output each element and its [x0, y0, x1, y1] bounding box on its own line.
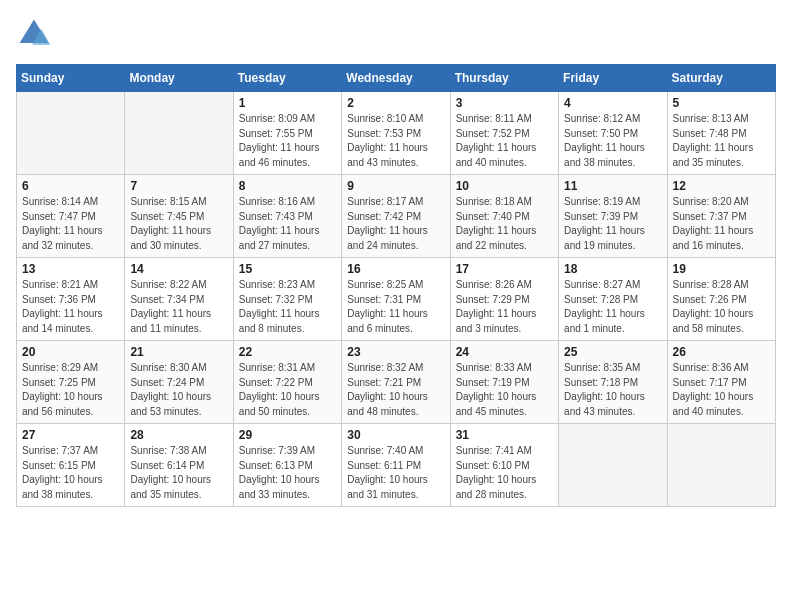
- day-info: Sunrise: 8:27 AM Sunset: 7:28 PM Dayligh…: [564, 278, 661, 336]
- day-info: Sunrise: 8:14 AM Sunset: 7:47 PM Dayligh…: [22, 195, 119, 253]
- calendar-cell: 22Sunrise: 8:31 AM Sunset: 7:22 PM Dayli…: [233, 341, 341, 424]
- calendar-cell: [125, 92, 233, 175]
- day-info: Sunrise: 8:21 AM Sunset: 7:36 PM Dayligh…: [22, 278, 119, 336]
- calendar-cell: 29Sunrise: 7:39 AM Sunset: 6:13 PM Dayli…: [233, 424, 341, 507]
- week-row-2: 6Sunrise: 8:14 AM Sunset: 7:47 PM Daylig…: [17, 175, 776, 258]
- calendar-cell: 13Sunrise: 8:21 AM Sunset: 7:36 PM Dayli…: [17, 258, 125, 341]
- logo: [16, 16, 56, 52]
- calendar-cell: 23Sunrise: 8:32 AM Sunset: 7:21 PM Dayli…: [342, 341, 450, 424]
- week-row-1: 1Sunrise: 8:09 AM Sunset: 7:55 PM Daylig…: [17, 92, 776, 175]
- day-number: 13: [22, 262, 119, 276]
- day-number: 5: [673, 96, 770, 110]
- day-number: 28: [130, 428, 227, 442]
- calendar-cell: 7Sunrise: 8:15 AM Sunset: 7:45 PM Daylig…: [125, 175, 233, 258]
- logo-icon: [16, 16, 52, 52]
- col-header-thursday: Thursday: [450, 65, 558, 92]
- day-number: 22: [239, 345, 336, 359]
- header: [16, 16, 776, 52]
- calendar-cell: 15Sunrise: 8:23 AM Sunset: 7:32 PM Dayli…: [233, 258, 341, 341]
- day-info: Sunrise: 8:26 AM Sunset: 7:29 PM Dayligh…: [456, 278, 553, 336]
- day-info: Sunrise: 7:38 AM Sunset: 6:14 PM Dayligh…: [130, 444, 227, 502]
- calendar-cell: 4Sunrise: 8:12 AM Sunset: 7:50 PM Daylig…: [559, 92, 667, 175]
- day-number: 18: [564, 262, 661, 276]
- day-info: Sunrise: 7:39 AM Sunset: 6:13 PM Dayligh…: [239, 444, 336, 502]
- calendar-cell: 30Sunrise: 7:40 AM Sunset: 6:11 PM Dayli…: [342, 424, 450, 507]
- day-number: 19: [673, 262, 770, 276]
- calendar-cell: 2Sunrise: 8:10 AM Sunset: 7:53 PM Daylig…: [342, 92, 450, 175]
- day-info: Sunrise: 8:10 AM Sunset: 7:53 PM Dayligh…: [347, 112, 444, 170]
- day-info: Sunrise: 8:32 AM Sunset: 7:21 PM Dayligh…: [347, 361, 444, 419]
- day-number: 16: [347, 262, 444, 276]
- header-row: SundayMondayTuesdayWednesdayThursdayFrid…: [17, 65, 776, 92]
- col-header-saturday: Saturday: [667, 65, 775, 92]
- day-info: Sunrise: 8:13 AM Sunset: 7:48 PM Dayligh…: [673, 112, 770, 170]
- day-number: 31: [456, 428, 553, 442]
- calendar-cell: 16Sunrise: 8:25 AM Sunset: 7:31 PM Dayli…: [342, 258, 450, 341]
- calendar-cell: 3Sunrise: 8:11 AM Sunset: 7:52 PM Daylig…: [450, 92, 558, 175]
- day-info: Sunrise: 8:30 AM Sunset: 7:24 PM Dayligh…: [130, 361, 227, 419]
- day-number: 25: [564, 345, 661, 359]
- col-header-friday: Friday: [559, 65, 667, 92]
- day-number: 9: [347, 179, 444, 193]
- day-number: 17: [456, 262, 553, 276]
- calendar-cell: 19Sunrise: 8:28 AM Sunset: 7:26 PM Dayli…: [667, 258, 775, 341]
- day-number: 20: [22, 345, 119, 359]
- day-info: Sunrise: 7:40 AM Sunset: 6:11 PM Dayligh…: [347, 444, 444, 502]
- day-number: 12: [673, 179, 770, 193]
- day-info: Sunrise: 7:41 AM Sunset: 6:10 PM Dayligh…: [456, 444, 553, 502]
- day-number: 10: [456, 179, 553, 193]
- col-header-wednesday: Wednesday: [342, 65, 450, 92]
- calendar-cell: [559, 424, 667, 507]
- day-info: Sunrise: 8:19 AM Sunset: 7:39 PM Dayligh…: [564, 195, 661, 253]
- day-number: 2: [347, 96, 444, 110]
- day-info: Sunrise: 8:31 AM Sunset: 7:22 PM Dayligh…: [239, 361, 336, 419]
- day-info: Sunrise: 8:25 AM Sunset: 7:31 PM Dayligh…: [347, 278, 444, 336]
- day-info: Sunrise: 8:18 AM Sunset: 7:40 PM Dayligh…: [456, 195, 553, 253]
- calendar-cell: 5Sunrise: 8:13 AM Sunset: 7:48 PM Daylig…: [667, 92, 775, 175]
- day-number: 8: [239, 179, 336, 193]
- calendar-cell: 18Sunrise: 8:27 AM Sunset: 7:28 PM Dayli…: [559, 258, 667, 341]
- day-number: 3: [456, 96, 553, 110]
- day-number: 1: [239, 96, 336, 110]
- calendar-cell: 9Sunrise: 8:17 AM Sunset: 7:42 PM Daylig…: [342, 175, 450, 258]
- calendar-cell: 14Sunrise: 8:22 AM Sunset: 7:34 PM Dayli…: [125, 258, 233, 341]
- day-info: Sunrise: 8:33 AM Sunset: 7:19 PM Dayligh…: [456, 361, 553, 419]
- col-header-monday: Monday: [125, 65, 233, 92]
- calendar-cell: 6Sunrise: 8:14 AM Sunset: 7:47 PM Daylig…: [17, 175, 125, 258]
- calendar-cell: [17, 92, 125, 175]
- day-number: 21: [130, 345, 227, 359]
- day-number: 24: [456, 345, 553, 359]
- day-info: Sunrise: 8:17 AM Sunset: 7:42 PM Dayligh…: [347, 195, 444, 253]
- calendar-cell: 11Sunrise: 8:19 AM Sunset: 7:39 PM Dayli…: [559, 175, 667, 258]
- calendar-cell: 27Sunrise: 7:37 AM Sunset: 6:15 PM Dayli…: [17, 424, 125, 507]
- day-number: 23: [347, 345, 444, 359]
- col-header-tuesday: Tuesday: [233, 65, 341, 92]
- week-row-4: 20Sunrise: 8:29 AM Sunset: 7:25 PM Dayli…: [17, 341, 776, 424]
- day-info: Sunrise: 8:29 AM Sunset: 7:25 PM Dayligh…: [22, 361, 119, 419]
- day-number: 7: [130, 179, 227, 193]
- calendar-cell: 21Sunrise: 8:30 AM Sunset: 7:24 PM Dayli…: [125, 341, 233, 424]
- day-number: 30: [347, 428, 444, 442]
- calendar-cell: 20Sunrise: 8:29 AM Sunset: 7:25 PM Dayli…: [17, 341, 125, 424]
- day-number: 6: [22, 179, 119, 193]
- day-number: 15: [239, 262, 336, 276]
- day-info: Sunrise: 8:35 AM Sunset: 7:18 PM Dayligh…: [564, 361, 661, 419]
- day-number: 26: [673, 345, 770, 359]
- calendar-cell: 8Sunrise: 8:16 AM Sunset: 7:43 PM Daylig…: [233, 175, 341, 258]
- day-info: Sunrise: 8:16 AM Sunset: 7:43 PM Dayligh…: [239, 195, 336, 253]
- day-number: 4: [564, 96, 661, 110]
- day-info: Sunrise: 7:37 AM Sunset: 6:15 PM Dayligh…: [22, 444, 119, 502]
- day-number: 14: [130, 262, 227, 276]
- day-info: Sunrise: 8:15 AM Sunset: 7:45 PM Dayligh…: [130, 195, 227, 253]
- day-info: Sunrise: 8:11 AM Sunset: 7:52 PM Dayligh…: [456, 112, 553, 170]
- col-header-sunday: Sunday: [17, 65, 125, 92]
- calendar-cell: 25Sunrise: 8:35 AM Sunset: 7:18 PM Dayli…: [559, 341, 667, 424]
- day-number: 29: [239, 428, 336, 442]
- calendar-cell: 1Sunrise: 8:09 AM Sunset: 7:55 PM Daylig…: [233, 92, 341, 175]
- calendar-cell: 24Sunrise: 8:33 AM Sunset: 7:19 PM Dayli…: [450, 341, 558, 424]
- calendar-cell: 31Sunrise: 7:41 AM Sunset: 6:10 PM Dayli…: [450, 424, 558, 507]
- calendar-cell: 10Sunrise: 8:18 AM Sunset: 7:40 PM Dayli…: [450, 175, 558, 258]
- calendar-cell: 28Sunrise: 7:38 AM Sunset: 6:14 PM Dayli…: [125, 424, 233, 507]
- calendar-table: SundayMondayTuesdayWednesdayThursdayFrid…: [16, 64, 776, 507]
- week-row-5: 27Sunrise: 7:37 AM Sunset: 6:15 PM Dayli…: [17, 424, 776, 507]
